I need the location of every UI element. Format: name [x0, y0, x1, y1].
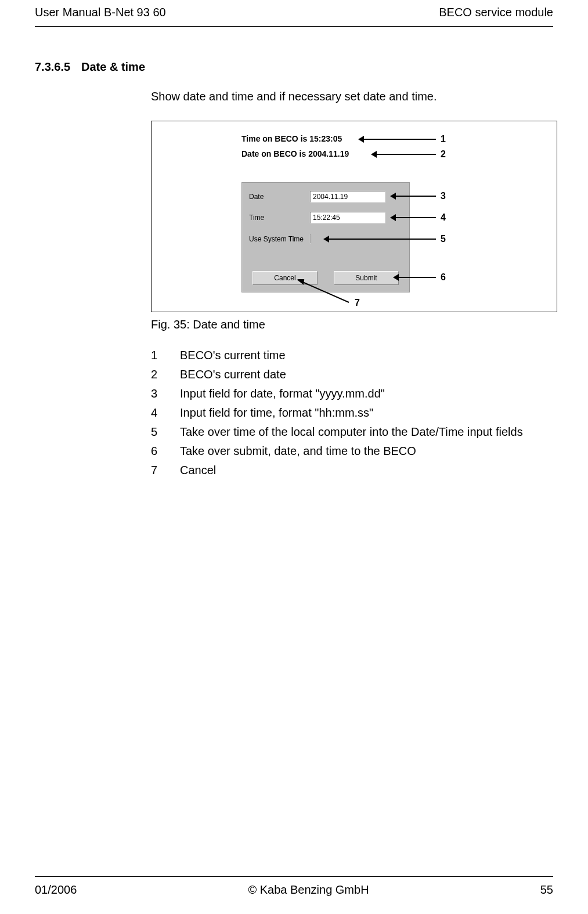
callout-3: 3: [441, 191, 446, 201]
legend-row: 3Input field for date, format "yyyy.mm.d…: [151, 387, 553, 400]
figure-container: Time on BECO is 15:23:05 Date on BECO is…: [151, 121, 557, 312]
beco-time-text: Time on BECO is 15:23:05: [241, 134, 342, 143]
footer-rule: [35, 876, 553, 877]
svg-line-0: [301, 281, 349, 302]
callout-2: 2: [441, 149, 446, 160]
legend-row: 5Take over time of the local computer in…: [151, 425, 553, 439]
legend-text: Input field for time, format "hh:mm.ss": [180, 406, 373, 420]
systime-checkbox[interactable]: [310, 234, 311, 244]
date-row: Date: [249, 191, 385, 203]
legend-num: 3: [151, 387, 180, 400]
legend-num: 2: [151, 368, 180, 381]
beco-date-text: Date on BECO is 2004.11.19: [241, 149, 349, 158]
arrow-4: [392, 217, 436, 218]
arrow-3: [392, 196, 436, 197]
header-left: User Manual B-Net 93 60: [35, 6, 166, 19]
footer-center: © Kaba Benzing GmbH: [248, 883, 369, 897]
callout-6: 6: [441, 272, 446, 283]
header-right: BECO service module: [439, 6, 553, 19]
legend-row: 1BECO's current time: [151, 349, 553, 362]
page-header: User Manual B-Net 93 60 BECO service mod…: [35, 0, 553, 19]
figure-caption: Fig. 35: Date and time: [151, 318, 553, 331]
header-rule: [35, 26, 553, 27]
arrow-5: [326, 239, 436, 240]
legend-row: 2BECO's current date: [151, 368, 553, 381]
arrow-2: [373, 154, 436, 155]
legend-text: Take over time of the local computer int…: [180, 425, 523, 439]
legend-text: Cancel: [180, 464, 216, 477]
intro-text: Show date and time and if necessary set …: [151, 90, 553, 103]
legend-text: BECO's current time: [180, 349, 286, 362]
legend-text: Input field for date, format "yyyy.mm.dd…: [180, 387, 385, 400]
footer-right: 55: [540, 883, 553, 897]
date-label: Date: [249, 193, 310, 201]
time-input[interactable]: [310, 212, 385, 223]
section-title: Date & time: [81, 60, 145, 74]
legend-num: 6: [151, 445, 180, 458]
legend-text: BECO's current date: [180, 368, 286, 381]
arrow-1: [360, 139, 436, 140]
callout-5: 5: [441, 234, 446, 244]
legend-row: 7Cancel: [151, 464, 553, 477]
legend-num: 4: [151, 406, 180, 420]
callout-4: 4: [441, 212, 446, 223]
callout-1: 1: [441, 134, 446, 144]
time-row: Time: [249, 212, 385, 223]
legend-num: 7: [151, 464, 180, 477]
footer-left: 01/2006: [35, 883, 77, 897]
legend-row: 6Take over submit, date, and time to the…: [151, 445, 553, 458]
legend-text: Take over submit, date, and time to the …: [180, 445, 416, 458]
arrow-6: [395, 277, 436, 278]
legend: 1BECO's current time 2BECO's current dat…: [151, 349, 553, 477]
legend-row: 4Input field for time, format "hh:mm.ss": [151, 406, 553, 420]
arrow-7: [297, 279, 360, 307]
time-label: Time: [249, 214, 310, 222]
callout-7: 7: [355, 298, 360, 308]
section-number: 7.3.6.5: [35, 60, 81, 74]
section-heading: 7.3.6.5 Date & time: [35, 60, 553, 74]
date-input[interactable]: [310, 191, 385, 203]
legend-num: 1: [151, 349, 180, 362]
page-footer: 01/2006 © Kaba Benzing GmbH 55: [35, 883, 553, 897]
legend-num: 5: [151, 425, 180, 439]
systime-label: Use System Time: [249, 235, 310, 243]
